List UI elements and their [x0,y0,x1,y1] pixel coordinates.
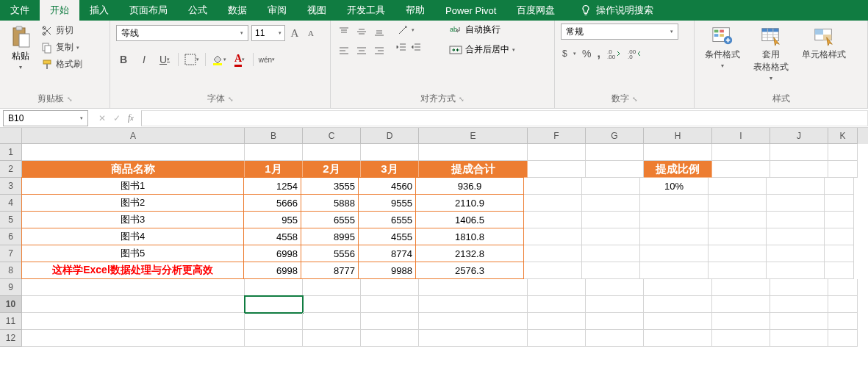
row-header[interactable]: 5 [0,212,22,228]
cell[interactable] [709,245,767,262]
decrease-font-button[interactable]: A [304,26,318,40]
cell[interactable]: 1810.8 [415,228,524,245]
align-center-button[interactable] [354,43,369,59]
formula-input[interactable] [141,110,868,126]
tab-file[interactable]: 文件 [0,0,40,21]
accounting-format-button[interactable]: $▾ [561,48,576,60]
cell[interactable] [709,228,767,245]
cell[interactable] [640,228,709,245]
cell[interactable]: 3月 [361,161,419,178]
tab-baidu[interactable]: 百度网盘 [506,0,565,21]
cell[interactable] [419,313,528,330]
conditional-format-button[interactable]: 条件格式▾ [700,24,745,71]
dialog-launcher-icon[interactable]: ⤡ [459,96,465,103]
cell[interactable] [709,195,767,212]
cell-active[interactable] [245,296,303,313]
align-middle-button[interactable] [354,24,369,40]
cell[interactable] [644,279,712,296]
cancel-icon[interactable]: ✕ [98,113,106,123]
cell[interactable] [770,279,828,296]
cell[interactable] [582,262,640,279]
cell[interactable]: 3555 [301,177,359,195]
cell[interactable]: 2132.8 [415,245,524,262]
cell[interactable]: 这样学Excel数据处理与分析更高效 [21,262,244,279]
col-header[interactable]: G [586,128,644,144]
cell[interactable]: 6555 [358,211,416,228]
cell[interactable] [22,279,245,296]
cell[interactable] [245,330,303,347]
tab-help[interactable]: 帮助 [395,0,435,21]
cell[interactable] [524,262,582,279]
align-bottom-button[interactable] [372,24,387,40]
cell[interactable] [524,212,582,228]
cell[interactable]: 6555 [301,211,359,228]
cell[interactable]: 图书2 [21,194,244,212]
cell[interactable] [303,144,361,161]
cell[interactable] [770,313,828,330]
cell[interactable] [419,330,528,347]
font-size-select[interactable]: 11▾ [251,25,285,41]
cell[interactable]: 936.9 [415,177,524,195]
cell[interactable] [582,245,640,262]
tab-layout[interactable]: 页面布局 [119,0,178,21]
cell[interactable] [825,195,854,212]
col-header[interactable]: I [712,128,770,144]
row-header[interactable]: 1 [0,144,22,161]
merge-center-button[interactable]: 合并后居中▾ [449,43,515,56]
cell[interactable] [524,178,582,195]
cell[interactable]: 1406.5 [415,211,524,228]
cell[interactable] [770,161,828,178]
cell[interactable]: 4558 [243,228,301,245]
col-header[interactable]: F [528,128,586,144]
row-header[interactable]: 9 [0,279,22,296]
cell[interactable]: 9988 [358,262,416,279]
cell[interactable]: 图书3 [21,211,244,228]
cell[interactable]: 5556 [301,245,359,262]
cell[interactable]: 1254 [243,177,301,195]
row-header[interactable]: 7 [0,245,22,262]
cell[interactable] [712,144,770,161]
font-color-button[interactable]: A▾ [232,53,247,67]
cell[interactable] [582,195,640,212]
cell[interactable]: 4555 [358,228,416,245]
cell[interactable] [361,296,419,313]
cell[interactable] [828,330,858,347]
cell[interactable] [767,178,825,195]
tell-me[interactable]: 操作说明搜索 [580,4,653,17]
cell[interactable]: 10% [640,178,709,195]
cell[interactable] [644,330,712,347]
cell[interactable]: 9555 [358,194,416,212]
cell[interactable] [640,212,709,228]
cell[interactable]: 8774 [358,245,416,262]
cell[interactable] [586,330,644,347]
confirm-icon[interactable]: ✓ [113,113,121,123]
col-header[interactable]: H [644,128,712,144]
cell[interactable]: 6998 [243,262,301,279]
cell[interactable] [22,144,245,161]
cell[interactable] [640,262,709,279]
cell[interactable] [303,330,361,347]
cell[interactable]: 1月 [245,161,303,178]
cell[interactable] [825,212,854,228]
cell[interactable] [528,330,586,347]
italic-button[interactable]: I [137,54,151,65]
col-header[interactable]: A [22,128,245,144]
cell[interactable] [245,144,303,161]
cell-styles-button[interactable]: 单元格样式 [797,24,850,62]
cell[interactable] [361,330,419,347]
cell[interactable] [644,296,712,313]
cell[interactable]: 图书4 [21,228,244,245]
cell[interactable] [586,313,644,330]
dialog-launcher-icon[interactable]: ⤡ [67,96,73,103]
cell[interactable]: 4560 [358,177,416,195]
cell[interactable] [644,313,712,330]
cell[interactable] [245,313,303,330]
tab-formula[interactable]: 公式 [178,0,218,21]
cell[interactable] [22,313,245,330]
tab-review[interactable]: 审阅 [257,0,297,21]
cell[interactable] [582,178,640,195]
cell[interactable] [712,313,770,330]
cell[interactable] [586,161,644,178]
cell[interactable] [767,228,825,245]
cell[interactable] [528,279,586,296]
